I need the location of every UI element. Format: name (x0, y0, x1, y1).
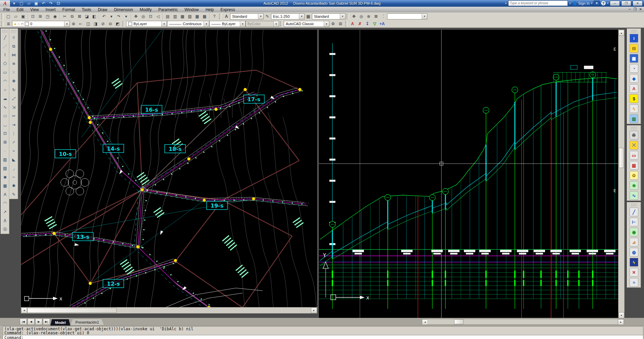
menu-modify[interactable]: Modify (137, 7, 155, 12)
arc-text-icon[interactable]: ◠ (2, 200, 8, 207)
toolbar-grip[interactable] (1, 14, 4, 19)
scrollbar-thumb[interactable] (27, 308, 117, 313)
workspace-combo[interactable]: AutoCAD Classic ▼ (284, 21, 329, 27)
join-icon[interactable]: ⌁ (10, 148, 17, 154)
plot-preview-icon[interactable]: ⊞ (37, 13, 44, 20)
undo-icon[interactable]: ↶ (100, 13, 108, 20)
color-combo[interactable]: ByLayer ▼ (126, 21, 167, 27)
doc-minimize-button[interactable]: ─ (629, 7, 631, 11)
tab-presentacion1[interactable]: Presentación1 (70, 319, 104, 326)
open-icon[interactable]: ▱ (25, 0, 33, 6)
polygon-icon[interactable]: ⬠ (2, 60, 8, 67)
erase-icon[interactable]: ◊ (10, 34, 17, 41)
delete-style-icon[interactable]: ✗ (356, 20, 364, 27)
gradient-icon[interactable]: ▧ (2, 165, 8, 172)
tab-next-icon[interactable]: ▶ (35, 319, 42, 325)
tab-last-icon[interactable]: ▶| (43, 319, 50, 325)
chevron-down-icon[interactable]: ▼ (299, 14, 304, 19)
attach-icon[interactable]: ↧ (364, 20, 371, 27)
point-icon[interactable]: · (2, 148, 8, 154)
insert-block-icon[interactable]: ⊡ (2, 130, 8, 137)
tab-model[interactable]: Model (50, 319, 70, 326)
toolbar-grip[interactable] (631, 30, 637, 32)
mirror-icon[interactable]: ⋈ (10, 52, 17, 58)
menu-file[interactable]: File (0, 7, 13, 12)
menu-express[interactable]: Express (217, 7, 238, 12)
trim-icon[interactable]: ✂ (10, 113, 17, 119)
chamfer-icon[interactable]: ◣ (10, 156, 17, 163)
close-button[interactable]: ✕ (633, 1, 643, 6)
toolbar-grip[interactable] (122, 21, 125, 26)
scroll-up-icon[interactable]: ▲ (619, 30, 624, 36)
faucet-icon[interactable]: ⊢ (630, 218, 638, 226)
spline-icon[interactable]: ∿ (2, 104, 8, 111)
layer-off-icon[interactable]: ⊖ (107, 20, 114, 27)
zoom-window-icon[interactable]: ⊡ (147, 13, 154, 20)
new-icon[interactable]: ▢ (5, 13, 12, 20)
break-icon[interactable]: ⌿ (10, 139, 17, 146)
signin-label[interactable]: Sign In (578, 1, 590, 5)
chevron-down-icon[interactable]: ▼ (204, 21, 209, 26)
logo-dropdown-icon[interactable]: ▾ (10, 0, 18, 6)
redo-icon[interactable]: ↷ (115, 13, 122, 20)
line-icon[interactable]: ╱ (2, 34, 8, 41)
pick-tool-icon[interactable]: ⤫ (630, 141, 638, 150)
extend-icon[interactable]: ⇥ (10, 121, 17, 128)
zoom-detail-icon[interactable]: ◈ (630, 74, 638, 83)
cost-icon[interactable]: $ (630, 94, 638, 103)
edit-polyline-icon[interactable]: ✎ (10, 191, 17, 198)
camera-icon[interactable]: ⊠ (372, 13, 380, 20)
properties-icon[interactable]: ▤ (164, 13, 171, 20)
exchange-icon[interactable]: ✦ (594, 1, 600, 6)
layer-isolate-icon[interactable]: ◫ (85, 20, 92, 27)
menu-format[interactable]: Format (59, 7, 78, 12)
toolbar-grip[interactable] (345, 21, 348, 26)
copy-icon[interactable]: ⧉ (10, 43, 17, 50)
workspace-save-icon[interactable]: ⊞ (337, 20, 344, 27)
plot-profile-icon[interactable]: ⊿ (630, 238, 638, 246)
help-icon[interactable]: ? (211, 13, 218, 20)
explode-icon[interactable]: ✱ (10, 182, 17, 189)
signin-dropdown-icon[interactable]: ▾ (591, 2, 592, 5)
zoom-icon[interactable]: ◎ (358, 13, 365, 20)
export-icon[interactable]: ◉ (51, 13, 59, 20)
toolbar-grip[interactable] (631, 127, 637, 129)
cut-icon[interactable]: ✂ (61, 13, 68, 20)
save-icon[interactable]: ▣ (33, 0, 40, 6)
layer-combo[interactable]: ● ☼ ⊓ 0 ▼ (12, 21, 70, 27)
doc-restore-button[interactable]: ❐ (634, 7, 637, 11)
search-icon[interactable]: ⌕ (569, 1, 571, 5)
linetype-combo[interactable]: ———— Continuous ▼ (167, 21, 209, 27)
info-icon[interactable]: i (630, 34, 638, 43)
command-splitter-handle[interactable] (0, 326, 2, 339)
polyline-icon[interactable]: ⌇ (2, 52, 8, 58)
ellipse-icon[interactable]: ⬭ (2, 113, 8, 119)
toolbar-grip[interactable] (2, 30, 8, 32)
construction-line-icon[interactable]: ⋰ (2, 43, 8, 50)
dim-style-icon[interactable]: ✎ (264, 13, 271, 20)
paperclip-icon[interactable]: ✇ (630, 131, 638, 139)
pan-icon[interactable]: ✥ (132, 13, 140, 20)
layer-unlock-icon[interactable]: ⊓ (21, 22, 23, 26)
plan-horizontal-scrollbar[interactable]: ◄ ► (21, 307, 317, 314)
array-icon[interactable]: ⁙ (10, 69, 17, 76)
make-block-icon[interactable]: ⊞ (2, 139, 8, 146)
designcenter-icon[interactable]: ▥ (171, 13, 179, 20)
open-icon[interactable]: ▱ (12, 13, 19, 20)
spell-check-icon[interactable]: A (349, 20, 356, 27)
profile-horizontal-scrollbar[interactable] (427, 319, 618, 324)
redo-icon[interactable]: ↷ (47, 0, 55, 6)
toolbar-grip[interactable] (631, 204, 637, 206)
add-text-icon[interactable]: +A (378, 20, 386, 27)
chevron-down-icon[interactable]: ▼ (340, 14, 345, 19)
help-icon[interactable]: ? (601, 1, 606, 5)
chevron-down-icon[interactable]: ▼ (324, 21, 329, 26)
show-motion-icon[interactable]: ⁚ (380, 13, 387, 20)
publish-icon[interactable]: ◳ (44, 13, 51, 20)
workspace-settings-icon[interactable]: ⚙ (329, 20, 337, 27)
scrollbar-thumb[interactable] (454, 319, 464, 324)
paste-special-icon[interactable]: ◧ (91, 13, 98, 20)
profile-chart-icon[interactable]: ∿ (630, 191, 638, 200)
revcloud-icon[interactable]: ☁ (2, 95, 8, 102)
circle-icon[interactable]: ○ (2, 87, 8, 93)
